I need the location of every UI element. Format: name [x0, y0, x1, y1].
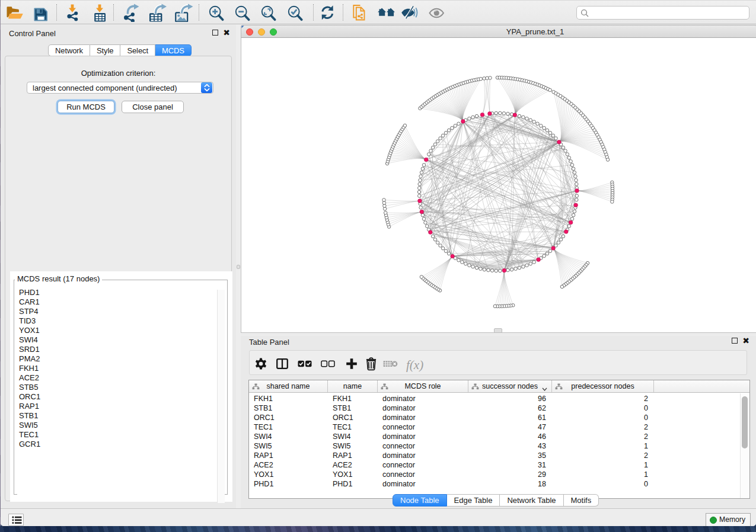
- optimization-criterion-select[interactable]: largest connected component (undirected): [27, 82, 213, 94]
- column-header-MCDS-role[interactable]: MCDS role: [378, 380, 468, 392]
- horizontal-splitter-handle[interactable]: [494, 328, 502, 333]
- column-header-predecessor-nodes[interactable]: predecessor nodes: [552, 380, 654, 392]
- table-row[interactable]: PHD1PHD1dominator180: [249, 479, 749, 489]
- mcds-result-list[interactable]: PHD1CAR1STP4TID3YOX1SWI4SRD1PMA2FKH1ACE2…: [17, 288, 222, 502]
- table-cell: 0: [552, 403, 648, 413]
- close-panel-icon[interactable]: ✖: [742, 338, 749, 344]
- refresh-icon[interactable]: [318, 3, 337, 22]
- table-cell: 1: [552, 441, 648, 451]
- float-panel-icon[interactable]: [732, 338, 738, 344]
- close-panel-icon[interactable]: ✖: [223, 30, 230, 36]
- mcds-result-item[interactable]: SWI5: [17, 421, 222, 430]
- table-row[interactable]: ACE2ACE2connector311: [249, 460, 749, 470]
- mcds-result-item[interactable]: STP4: [17, 307, 222, 316]
- run-mcds-button[interactable]: Run MCDS: [58, 101, 114, 113]
- mcds-result-item[interactable]: YOX1: [17, 326, 222, 335]
- mcds-result-scrollbar[interactable]: [217, 290, 225, 503]
- table-scrollbar-thumb[interactable]: [742, 396, 748, 448]
- status-list-button[interactable]: [8, 514, 24, 526]
- mcds-result-item[interactable]: STB5: [17, 383, 222, 392]
- svg-text:f(x): f(x): [406, 358, 423, 372]
- save-icon[interactable]: [31, 3, 50, 22]
- tab-motifs[interactable]: Motifs: [564, 494, 599, 507]
- close-panel-button[interactable]: Close panel: [122, 101, 184, 113]
- delete-table-icon[interactable]: [382, 357, 399, 373]
- table-row[interactable]: SWI4SWI4dominator462: [249, 432, 749, 441]
- first-neighbors-icon[interactable]: [378, 3, 397, 22]
- tab-style[interactable]: Style: [90, 44, 120, 56]
- window-zoom-button[interactable]: [270, 28, 277, 36]
- mcds-result-item[interactable]: GCR1: [17, 440, 222, 449]
- import-network-icon[interactable]: [63, 3, 82, 22]
- table-cell: dominator: [382, 394, 468, 403]
- table-row[interactable]: ORC1ORC1dominator610: [249, 413, 749, 422]
- mcds-result-item[interactable]: FKH1: [17, 364, 222, 373]
- function-builder-icon[interactable]: f(x): [406, 357, 429, 376]
- mcds-result-item[interactable]: STB1: [17, 411, 222, 421]
- zoom-out-icon[interactable]: [232, 3, 251, 22]
- mcds-result-item[interactable]: RAP1: [17, 402, 222, 411]
- column-header-successor-nodes[interactable]: successor nodes: [468, 380, 552, 392]
- column-header-shared-name[interactable]: shared name: [249, 380, 328, 392]
- export-network-icon[interactable]: [121, 3, 140, 22]
- export-table-icon[interactable]: [147, 3, 166, 22]
- mcds-result-item[interactable]: CAR1: [17, 297, 222, 307]
- table-cell: dominator: [382, 432, 468, 441]
- column-type-icon: [471, 383, 479, 392]
- network-window-titlebar[interactable]: YPA_prune.txt_1: [241, 25, 756, 38]
- mcds-result-item[interactable]: TID3: [17, 316, 222, 326]
- tab-mcds[interactable]: MCDS: [155, 44, 192, 56]
- show-all-icon[interactable]: [427, 3, 446, 22]
- window-close-button[interactable]: [246, 28, 253, 36]
- mcds-result-item[interactable]: SWI4: [17, 335, 222, 345]
- mcds-result-item[interactable]: TEC1: [17, 430, 222, 440]
- search-input[interactable]: [576, 6, 749, 20]
- table-row[interactable]: RAP1RAP1dominator352: [249, 451, 749, 460]
- vertical-splitter-handle[interactable]: [237, 265, 240, 269]
- table-cell: TEC1: [333, 422, 378, 432]
- vertical-splitter[interactable]: [236, 25, 241, 508]
- zoom-fit-icon[interactable]: [258, 3, 277, 22]
- table-scrollbar[interactable]: [740, 393, 749, 498]
- table-row[interactable]: TEC1TEC1connector472: [249, 422, 749, 432]
- zoom-selected-icon[interactable]: [285, 3, 304, 22]
- app-window: Control Panel ✖ NetworkStyleSelectMCDS O…: [1, 0, 756, 526]
- column-header-label: name: [343, 382, 362, 390]
- table-row[interactable]: FKH1FKH1dominator962: [249, 394, 749, 403]
- table-cell: FKH1: [333, 394, 378, 403]
- unselect-all-icon[interactable]: [320, 357, 336, 373]
- table-row[interactable]: YOX1YOX1connector291: [249, 470, 749, 479]
- select-all-icon[interactable]: [297, 357, 312, 373]
- split-view-icon[interactable]: [275, 357, 289, 373]
- delete-column-icon[interactable]: [364, 357, 378, 373]
- import-table-icon[interactable]: [90, 3, 109, 22]
- export-image-icon[interactable]: [174, 3, 193, 22]
- table-cell: 29: [468, 470, 546, 479]
- float-panel-icon[interactable]: [212, 30, 218, 36]
- settings-icon[interactable]: [254, 357, 268, 373]
- hide-selected-icon[interactable]: [399, 3, 418, 22]
- mcds-result-item[interactable]: ACE2: [17, 373, 222, 383]
- table-row[interactable]: SWI5SWI5connector431: [249, 441, 749, 451]
- mcds-result-item[interactable]: ORC1: [17, 392, 222, 402]
- network-view[interactable]: [241, 38, 756, 333]
- add-column-icon[interactable]: [344, 357, 359, 373]
- memory-button[interactable]: Memory: [706, 513, 751, 526]
- network-window-title: YPA_prune.txt_1: [277, 27, 756, 36]
- tab-network[interactable]: Network: [48, 44, 90, 56]
- mcds-result-item[interactable]: SRD1: [17, 345, 222, 354]
- window-minimize-button[interactable]: [258, 28, 265, 36]
- table-cell: RAP1: [333, 451, 378, 460]
- zoom-in-icon[interactable]: [206, 3, 225, 22]
- column-header-name[interactable]: name: [328, 380, 378, 392]
- table-row[interactable]: STB1STB1dominator620: [249, 403, 749, 413]
- mcds-result-item[interactable]: PMA2: [17, 354, 222, 364]
- tab-node-table[interactable]: Node Table: [393, 494, 447, 507]
- tab-network-table[interactable]: Network Table: [500, 494, 563, 507]
- mcds-result-item[interactable]: PHD1: [17, 288, 222, 297]
- tab-select[interactable]: Select: [120, 44, 155, 56]
- open-icon[interactable]: [4, 3, 23, 22]
- tab-edge-table[interactable]: Edge Table: [447, 494, 500, 507]
- copy-network-icon[interactable]: [350, 3, 369, 22]
- column-type-icon: [252, 383, 260, 392]
